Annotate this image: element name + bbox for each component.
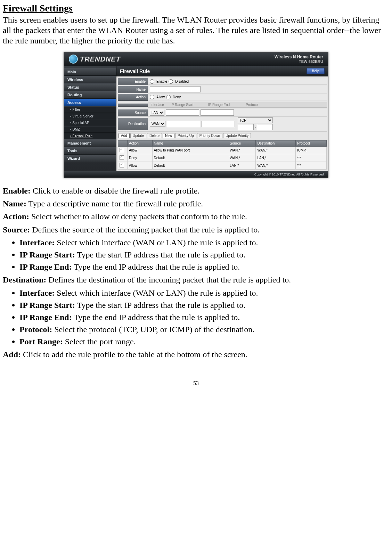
th-protocol: Protocol [296, 140, 327, 147]
dest-interface-select[interactable]: WAN [150, 121, 165, 127]
table-row[interactable]: Deny Default WAN,* LAN,* *,* [118, 154, 327, 162]
name-input[interactable] [150, 86, 201, 92]
def-add: Add: Click to add the rule profile to th… [3, 349, 389, 360]
nav-status[interactable]: Status [64, 83, 116, 91]
port-start-input[interactable] [238, 124, 254, 130]
th-source: Source [228, 140, 256, 147]
row2-name: Default [152, 162, 228, 170]
form-area: Enable Enable Disabled Name Action All [116, 76, 328, 171]
update-button[interactable]: Update [130, 133, 146, 138]
port-end-input[interactable] [257, 124, 273, 130]
def-dest-ipend: IP Range End: Type the end IP address th… [19, 312, 389, 323]
priority-up-button[interactable]: Priority Up [175, 133, 196, 138]
page-intro: This screen enables users to set up the … [3, 15, 389, 46]
source-ipstart-input[interactable] [166, 109, 199, 116]
nav-sub-sap-label: Special AP [72, 121, 89, 125]
action-label: Action [118, 94, 148, 101]
row1-name: Default [152, 154, 228, 162]
help-button[interactable]: Help [307, 68, 325, 74]
deny-radio[interactable] [166, 95, 171, 99]
destination-label: Destination [118, 118, 148, 130]
router-screenshot: TRENDNET Wireless N Home Router TEW-652B… [64, 52, 328, 178]
new-button[interactable]: New [163, 133, 174, 138]
def-enable: Enable: Click to enable or disable the f… [3, 186, 389, 196]
name-label: Name [118, 86, 148, 93]
sidebar-nav: Main Wireless Status Routing Access • Fi… [64, 66, 116, 171]
blank-label [118, 104, 148, 107]
row0-name: Allow to Ping WAN port [152, 147, 228, 154]
nav-sub-special-ap[interactable]: • Special AP [64, 120, 116, 126]
nav-main[interactable]: Main [64, 68, 116, 76]
dest-ipstart-input[interactable] [167, 121, 200, 127]
priority-down-button[interactable]: Priority Down [197, 133, 222, 138]
nav-management[interactable]: Management [64, 139, 116, 147]
nav-wizard[interactable]: Wizard [64, 155, 116, 162]
def-dest-protocol: Protocol: Select the protocol (TCP, UDP,… [19, 324, 389, 335]
def-source-interface: Interface: Select which interface (WAN o… [19, 237, 389, 248]
nav-sub-virtual-server[interactable]: • Virtual Server [64, 113, 116, 120]
def-dest-ipstart: IP Range Start: Type the start IP addres… [19, 300, 389, 311]
rules-table: Action Name Source Destination Protocol … [118, 140, 327, 170]
row0-source: WAN,* [228, 147, 256, 154]
button-row: Add Update Delete New Priority Up Priori… [118, 131, 327, 140]
router-model-title: Wireless N Home Router [275, 55, 323, 59]
row2-dest: WAN,* [256, 162, 296, 170]
nav-sub-vs-label: Virtual Server [72, 114, 93, 118]
table-row[interactable]: Allow Allow to Ping WAN port WAN,* WAN,*… [118, 147, 327, 154]
nav-sub-dmz[interactable]: • DMZ [64, 126, 116, 133]
def-action: Action: Select whether to allow or deny … [3, 211, 389, 222]
def-destination: Destination: Defines the destination of … [3, 274, 389, 285]
row1-action: Deny [128, 154, 153, 162]
nav-sub-firewall-rule[interactable]: • Firewall Rule [64, 133, 116, 139]
router-model-code: TEW-652BRU [275, 59, 323, 64]
row-checkbox[interactable] [120, 163, 124, 167]
th-destination: Destination [256, 140, 296, 147]
table-row[interactable]: Allow Default LAN,* WAN,* *,* [118, 162, 327, 170]
update-priority-button[interactable]: Update Priority [223, 133, 251, 138]
def-source-ipstart: IP Range Start: Type the start IP addres… [19, 249, 389, 260]
row2-proto: *,* [296, 162, 327, 170]
panel-title: Firewall Rule [120, 68, 150, 74]
page-number: 53 [3, 378, 389, 386]
brand-logo: TRENDNET [69, 55, 121, 64]
brand-text: TRENDNET [80, 55, 121, 63]
row-checkbox[interactable] [120, 148, 124, 152]
row0-proto: ICMP, [296, 147, 327, 154]
panel-titlebar: Firewall Rule Help [116, 66, 328, 76]
nav-sub-fw-label: Firewall Rule [72, 134, 92, 138]
hdr-interface: Interface [150, 103, 169, 107]
row1-source: WAN,* [228, 154, 256, 162]
hdr-protocol: Protocol [245, 103, 267, 107]
def-source: Source: Defines the source of the incomi… [3, 224, 389, 235]
nav-tools[interactable]: Tools [64, 147, 116, 155]
nav-wireless[interactable]: Wireless [64, 76, 116, 83]
row0-action: Allow [128, 147, 153, 154]
nav-access[interactable]: Access [64, 99, 116, 106]
nav-routing[interactable]: Routing [64, 91, 116, 99]
add-button[interactable]: Add [119, 133, 130, 138]
row0-dest: WAN,* [256, 147, 296, 154]
th-check [118, 140, 128, 147]
source-interface-select[interactable]: LAN [150, 110, 164, 116]
logo-icon [69, 55, 78, 64]
row2-source: LAN,* [228, 162, 256, 170]
delete-button[interactable]: Delete [147, 133, 162, 138]
nav-sub-dmz-label: DMZ [72, 128, 80, 131]
def-name: Name: Type a descriptive name for the fi… [3, 198, 389, 209]
def-source-list: Interface: Select which interface (WAN o… [19, 237, 389, 273]
row1-dest: LAN,* [256, 154, 296, 162]
dest-protocol-select[interactable]: TCP [238, 117, 273, 123]
th-action: Action [128, 140, 153, 147]
router-model: Wireless N Home Router TEW-652BRU [275, 55, 323, 64]
page-title: Firewall Settings [3, 3, 389, 14]
source-label: Source [118, 109, 148, 116]
hdr-ipstart: IP Range Start [170, 103, 206, 107]
enable-radio[interactable] [150, 79, 154, 84]
row-checkbox[interactable] [120, 155, 124, 160]
nav-sub-filter[interactable]: • Filter [64, 106, 116, 113]
disabled-radio[interactable] [169, 79, 173, 84]
dest-ipend-input[interactable] [202, 121, 235, 127]
allow-radio[interactable] [150, 95, 154, 99]
source-ipend-input[interactable] [201, 109, 234, 116]
enable-label: Enable [118, 78, 148, 85]
